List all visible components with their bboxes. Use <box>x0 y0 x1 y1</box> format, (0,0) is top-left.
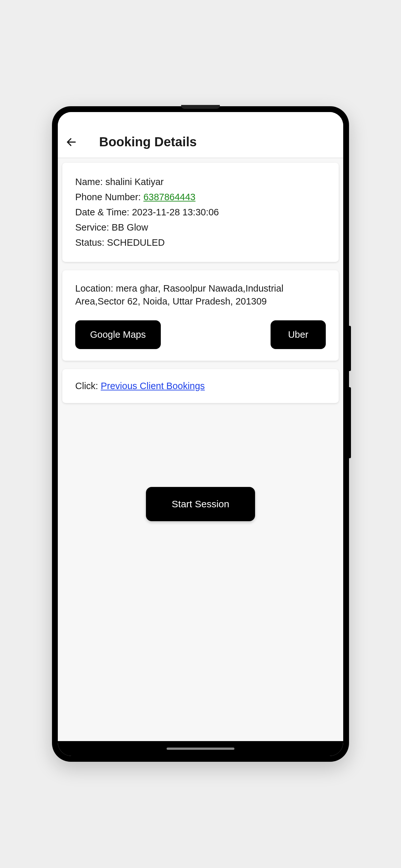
name-label: Name: <box>75 177 105 187</box>
page-title: Booking Details <box>99 135 197 149</box>
arrow-left-icon <box>66 136 77 148</box>
name-value: shalini Katiyar <box>105 177 164 187</box>
phone-frame: Booking Details Name: shalini Katiyar Ph… <box>52 106 349 762</box>
uber-button[interactable]: Uber <box>271 320 326 349</box>
name-row: Name: shalini Katiyar <box>75 175 326 190</box>
back-button[interactable] <box>66 136 77 148</box>
previous-bookings-link[interactable]: Previous Client Bookings <box>101 381 205 391</box>
service-label: Service: <box>75 222 112 232</box>
content-area: Name: shalini Katiyar Phone Number: 6387… <box>58 158 343 741</box>
datetime-row: Date & Time: 2023-11-28 13:30:06 <box>75 205 326 220</box>
nav-handle[interactable] <box>166 748 235 750</box>
details-card: Name: shalini Katiyar Phone Number: 6387… <box>62 163 339 262</box>
start-session-wrap: Start Session <box>62 487 339 521</box>
phone-side-button <box>349 326 351 371</box>
phone-link[interactable]: 6387864443 <box>143 192 195 202</box>
phone-side-button <box>349 387 351 458</box>
location-card: Location: mera ghar, Rasoolpur Nawada,In… <box>62 270 339 361</box>
service-value: BB Glow <box>112 222 148 232</box>
status-label: Status: <box>75 237 107 248</box>
phone-notch <box>181 105 220 109</box>
app-header: Booking Details <box>58 125 343 158</box>
navigation-bar <box>58 741 343 756</box>
service-row: Service: BB Glow <box>75 220 326 235</box>
google-maps-button[interactable]: Google Maps <box>75 320 161 349</box>
status-value: SCHEDULED <box>107 237 165 248</box>
click-label: Click: <box>75 381 101 391</box>
location-label: Location: <box>75 283 116 293</box>
status-row: Status: SCHEDULED <box>75 235 326 250</box>
previous-bookings-card: Click: Previous Client Bookings <box>62 369 339 403</box>
previous-bookings-row: Click: Previous Client Bookings <box>75 381 326 392</box>
datetime-label: Date & Time: <box>75 207 132 217</box>
datetime-value: 2023-11-28 13:30:06 <box>132 207 219 217</box>
phone-label: Phone Number: <box>75 192 143 202</box>
map-button-row: Google Maps Uber <box>75 320 326 349</box>
start-session-button[interactable]: Start Session <box>146 487 255 521</box>
status-bar <box>58 112 343 125</box>
screen: Booking Details Name: shalini Katiyar Ph… <box>58 112 343 756</box>
phone-row: Phone Number: 6387864443 <box>75 190 326 205</box>
location-row: Location: mera ghar, Rasoolpur Nawada,In… <box>75 282 326 308</box>
